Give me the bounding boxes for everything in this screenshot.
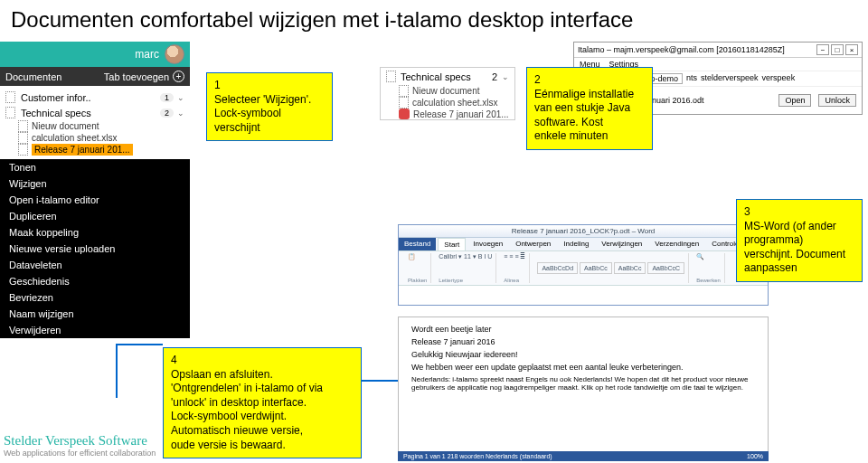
doc-paragraph: Gelukkig Nieuwjaar iedereen! [411,350,755,359]
word-tab[interactable]: Ontwerpen [510,238,556,250]
count-badge: 1 [160,93,174,102]
doc-row[interactable]: Release 7 januari 201... [381,109,514,119]
word-tab[interactable]: Start [438,238,466,250]
context-menu-item[interactable]: Bevriezen [0,289,190,306]
status-left: Pagina 1 van 1 218 woorden Nederlands (s… [403,453,552,459]
brand-tagline: Web applications for efficient collabora… [4,449,156,458]
callout-text: enkele minuten [534,129,645,144]
folder-row[interactable]: Customer infor.. 1⌄ [0,90,190,105]
maximize-icon[interactable]: □ [831,44,844,55]
chevron-down-icon: ⌄ [502,72,509,81]
doc-icon [18,132,28,144]
context-menu-item[interactable]: Naam wijzigen [0,306,190,322]
doc-icon [399,97,409,109]
tab[interactable]: stelderverspeek [701,73,759,84]
tab[interactable]: nts [686,73,697,84]
folder-icon [5,91,15,103]
callout-num: 3 [744,205,854,220]
callout-4: 4 Opslaan en afsluiten. 'Ontgrendelen' i… [163,347,362,458]
callout-num: 4 [171,354,354,368]
chevron-down-icon: ⌄ [177,93,184,102]
tab-add[interactable]: Tab toevoegen + [104,71,184,82]
popout-panel: Technical specs 2 ⌄ Nieuw document calcu… [380,67,515,120]
context-menu-item[interactable]: Wijzigen [0,175,190,192]
word-document-body[interactable]: Wordt een beetje later Release 7 januari… [398,317,769,452]
callout-1: 1 Selecteer 'Wijzigen'. Lock-symbool ver… [206,72,333,141]
italamo-sidebar: marc Documenten Tab toevoegen + Customer… [0,42,190,338]
context-menu-item[interactable]: Nieuwe versie uploaden [0,241,190,257]
word-tabs: BestandStartInvoegenOntwerpenIndelingVer… [399,238,768,251]
callout-text: 'Ontgrendelen' in i-talamo of via [171,382,354,396]
doc-label: Nieuw document [32,121,99,131]
word-window: Release 7 januari 2016_LOCK?p.odt – Word… [398,224,769,306]
doc-row[interactable]: calculation sheet.xlsx [0,132,190,144]
window-titlebar: Italamo – majm.verspeek@gmail.com [20160… [574,43,862,58]
unlock-button[interactable]: Unlock [818,94,856,107]
style-preview[interactable]: AaBbCcC [647,262,684,274]
context-menu-item[interactable]: Dataveleten [0,257,190,273]
footer: Stelder Verspeek Software Web applicatio… [4,433,156,458]
context-menu-item[interactable]: Tonen [0,159,190,175]
ribbon-group[interactable]: ≡ ≡ ≡ ≣Alinea [500,253,530,283]
ribbon-group[interactable]: 🔍Bewerken [693,253,725,283]
callout-text: 'unlock' in desktop interface. [171,396,354,411]
word-tab[interactable]: Verwijzingen [596,238,647,250]
folder-icon [5,107,15,118]
doc-row-selected[interactable]: Release 7 januari 201... [0,144,190,156]
callout-3: 3 MS-Word (of ander programma) verschijn… [736,199,863,282]
documents-section-header: Documenten Tab toevoegen + [0,67,190,86]
popout-header[interactable]: Technical specs 2 ⌄ [381,68,514,85]
folder-icon [386,71,396,82]
context-menu-item[interactable]: Dupliceren [0,208,190,224]
word-titlebar: Release 7 januari 2016_LOCK?p.odt – Word [399,225,768,238]
doc-row[interactable]: Nieuw document [0,120,190,132]
word-tab[interactable]: Indeling [558,238,594,250]
folder-label: Technical specs [21,108,91,118]
callout-text: Eénmalige installatie [534,88,645,102]
context-menu: TonenWijzigenOpen i-talamo editorDuplice… [0,159,190,338]
folder-row[interactable]: Technical specs 2⌄ [0,105,190,120]
word-tab[interactable]: Invoegen [467,238,508,250]
callout-text: Opslaan en afsluiten. [171,368,354,383]
callout-text: verschijnt [214,121,325,136]
window-title: Italamo – majm.verspeek@gmail.com [20160… [578,45,785,54]
documents-label: Documenten [5,71,61,82]
word-status-bar: Pagina 1 van 1 218 woorden Nederlands (s… [398,451,769,461]
context-menu-item[interactable]: Open i-talamo editor [0,192,190,208]
doc-label: Nieuw document [412,86,479,96]
ribbon-group[interactable]: Calibri ▾ 11 ▾ B I ULettertype [435,253,496,283]
callout-text: programma) [744,233,854,248]
count-badge: 2 [492,71,497,82]
context-menu-item[interactable]: Maak koppeling [0,224,190,241]
callout-text: verschijnt. Document [744,248,854,262]
tab-add-label: Tab toevoegen [104,71,169,82]
word-tab[interactable]: Verzendingen [649,238,704,250]
context-menu-item[interactable]: Geschiedenis [0,273,190,289]
open-button[interactable]: Open [778,94,811,107]
context-menu-item[interactable]: Verwijderen [0,322,190,338]
style-preview[interactable]: AaBbCc [614,262,646,274]
doc-icon [18,144,28,156]
ribbon-group[interactable]: 📋Plakken [404,253,431,283]
callout-text: Automatisch nieuwe versie, [171,424,354,439]
style-preview[interactable]: AaBbCcDd [537,262,578,274]
tab[interactable]: verspeek [762,73,796,84]
callout-text: oude versie is bewaard. [171,439,354,453]
close-icon[interactable]: × [845,44,858,55]
ribbon-group[interactable]: AaBbCcDd AaBbCc AaBbCc AaBbCcC [533,253,689,283]
avatar[interactable] [165,44,184,64]
doc-row[interactable]: calculation sheet.xlsx [381,97,514,109]
minimize-icon[interactable]: − [816,44,829,55]
connector-line [362,380,398,382]
callout-text: Lock-symbool verdwijnt. [171,410,354,424]
callout-text: aanpassen [744,261,854,276]
doc-paragraph: Wordt een beetje later [411,325,755,334]
callout-text: van een stukje Java [534,101,645,116]
folder-list: Customer infor.. 1⌄ Technical specs 2⌄ N… [0,86,190,159]
style-preview[interactable]: AaBbCc [580,262,612,274]
username: marc [135,48,159,61]
connector-line [118,344,163,345]
word-tab[interactable]: Bestand [399,238,436,250]
callout-text: Selecteer 'Wijzigen'. [214,93,325,108]
doc-row[interactable]: Nieuw document [381,85,514,97]
